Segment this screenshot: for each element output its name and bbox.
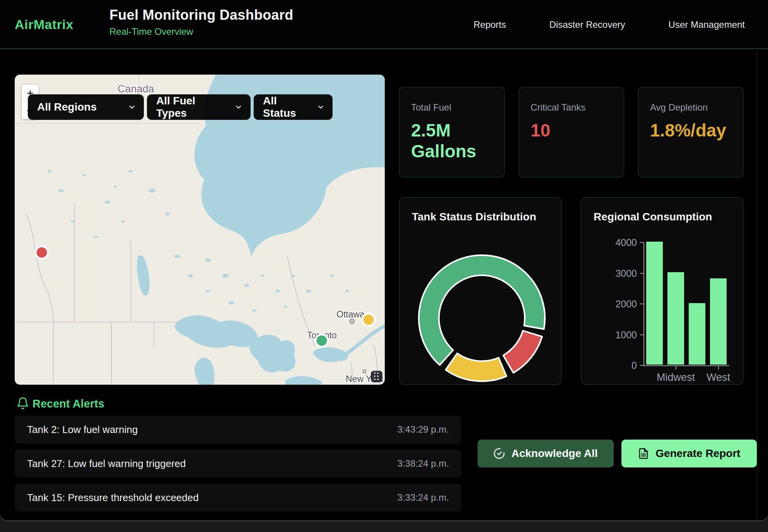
stat-label: Critical Tanks [531,102,612,113]
scrollbar-track[interactable] [757,50,768,520]
donut-segment-red-critical [503,331,542,373]
tank-marker-critical[interactable] [36,246,48,259]
acknowledge-all-label: Acknowledge All [511,447,597,460]
y-tick-mark [640,242,643,243]
acknowledge-all-button[interactable]: Acknowledge All [478,440,614,467]
header: AirMatrix Fuel Monitoring Dashboard Real… [0,0,768,49]
alert-row[interactable]: Tank 2: Low fuel warning 3:43:29 p.m. [15,416,461,443]
filter-fuel-types-label: All Fuel Types [156,95,227,119]
alert-time: 3:43:29 p.m. [398,424,449,435]
alert-row[interactable]: Tank 27: Low fuel warning triggered 3:38… [15,450,461,477]
nav-disaster-recovery[interactable]: Disaster Recovery [550,19,625,30]
generate-report-label: Generate Report [655,447,740,460]
main-nav: Reports Disaster Recovery User Managemen… [473,0,745,49]
bar [667,272,684,365]
y-tick-mark [640,334,643,335]
filter-regions-label: All Regions [37,101,97,113]
y-tick-label: 0 [583,360,637,371]
lake-huron [249,335,295,372]
alert-row[interactable]: Tank 15: Pressure threshold exceeded 3:3… [15,484,461,512]
stat-card-avg-depletion: Avg Depletion 1.8%/day [638,87,744,177]
y-tick-mark [640,304,643,304]
stat-value: 10 [531,120,612,141]
stat-card-total-fuel: Total Fuel 2.5M Gallons [399,87,505,177]
chevron-down-icon [234,103,243,111]
stat-value: 2.5M Gallons [411,120,493,162]
bell-icon [16,397,29,410]
stat-value: 1.8%/day [650,120,732,141]
bar [710,278,727,365]
alert-message: Tank 27: Low fuel warning triggered [27,458,186,470]
check-circle-icon [493,448,505,459]
lake-ontario [313,347,348,362]
bar-chart-y-axis [643,242,644,366]
alert-time: 3:38:24 p.m. [398,458,449,469]
map-label-ottawa: Ottawa [336,309,365,319]
tank-marker-normal[interactable] [316,334,328,347]
filter-regions-dropdown[interactable]: All Regions [28,94,144,120]
lake-superior [175,315,258,348]
tank-status-donut [416,252,548,384]
map-panel: Canada Ottawa Toronto New York + − All R… [15,75,385,385]
nav-reports[interactable]: Reports [473,19,506,30]
y-tick-mark [640,365,643,366]
brand-logo[interactable]: AirMatrix [15,0,73,49]
y-tick-mark [640,273,643,274]
new-york-city-marker [363,370,366,373]
tank-status-card: Tank Status Distribution [399,197,561,385]
bar-chart-bars [646,242,727,365]
map-label-canada: Canada [118,83,155,95]
chevron-down-icon [128,103,136,111]
alert-message: Tank 2: Low fuel warning [27,424,138,436]
y-tick-label: 4000 [583,237,637,248]
map-canvas[interactable]: Canada Ottawa Toronto New York [15,75,385,385]
page-title-block: Fuel Monitoring Dashboard Real-Time Over… [109,7,293,37]
filter-status-dropdown[interactable]: All Status [254,94,333,120]
y-tick-label: 3000 [583,268,637,279]
generate-report-button[interactable]: Generate Report [621,440,757,467]
tank-marker-warning[interactable] [362,314,375,326]
nav-user-management[interactable]: User Management [669,19,745,30]
x-tick-mark [676,366,676,370]
alerts-section-title: Recent Alerts [32,397,104,410]
donut-segment-amber-warning [446,353,507,381]
stat-card-critical-tanks: Critical Tanks 10 [519,87,624,177]
alert-time: 3:33:24 p.m. [398,492,449,503]
y-tick-label: 1000 [583,329,637,341]
page-subtitle: Real-Time Overview [109,26,293,37]
file-text-icon [638,448,649,459]
x-tick-mark [718,366,719,370]
stat-label: Total Fuel [411,102,493,113]
donut-chart-title: Tank Status Distribution [412,211,549,223]
filter-status-label: All Status [263,95,310,119]
map-filters: All Regions All Fuel Types All Status [28,94,333,120]
bar-chart-x-axis [643,365,729,366]
lake-erie [285,376,323,385]
regional-consumption-card: Regional Consumption 01000200030004000 M… [581,197,743,385]
filter-fuel-types-dropdown[interactable]: All Fuel Types [147,94,251,120]
st-lawrence-river [345,326,385,355]
bar [689,303,705,365]
map-resize-handle[interactable] [371,371,382,382]
x-tick-label: West [707,372,730,384]
lake-michigan [195,358,214,385]
y-tick-label: 2000 [583,298,637,310]
bar [646,242,663,365]
chevron-down-icon [317,103,325,111]
alert-message: Tank 15: Pressure threshold exceeded [27,492,199,504]
page-title: Fuel Monitoring Dashboard [109,7,293,23]
app-window: AirMatrix Fuel Monitoring Dashboard Real… [0,0,768,521]
stat-label: Avg Depletion [650,102,732,113]
bar-chart-title: Regional Consumption [594,211,730,223]
x-tick-label: Midwest [657,372,695,384]
